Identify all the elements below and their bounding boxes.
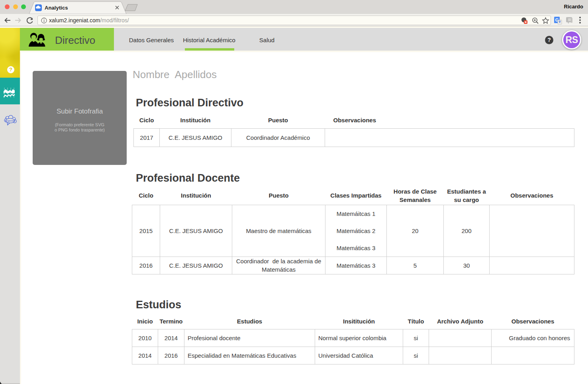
- svg-text:ingeniat: ingeniat: [6, 119, 15, 122]
